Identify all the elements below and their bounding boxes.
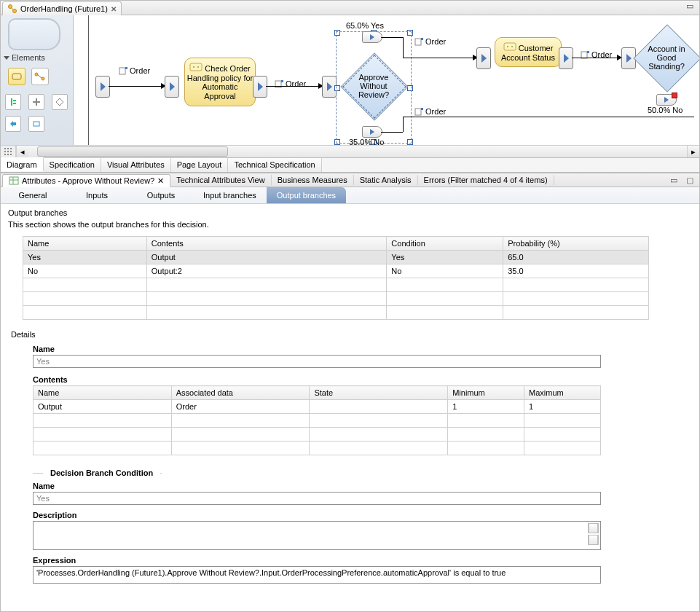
spinner-down-icon[interactable]	[588, 535, 599, 545]
output-branches-table[interactable]: Name Contents Condition Probability (%) …	[23, 236, 649, 320]
table-row[interactable]	[23, 292, 649, 306]
task-check-order[interactable]: Check Order Handling policy for Automati…	[184, 58, 256, 106]
col-condition[interactable]: Condition	[387, 237, 503, 251]
tab-technical-specification[interactable]: Technical Specification	[228, 158, 321, 172]
editor-bottom-tabs: Diagram Specification Visual Attributes …	[1, 157, 699, 172]
dbc-expression-field[interactable]: 'Processes.OrderHandling (Future1).Appro…	[33, 566, 601, 584]
task-in-pin[interactable]	[476, 47, 491, 69]
cell: 65.0	[503, 251, 649, 264]
view-toolbar: ▭ ▢	[667, 175, 699, 185]
scroll-track[interactable]	[28, 146, 687, 157]
task-customer-account-status[interactable]: Customer Account Status	[495, 37, 562, 67]
tab-visual-attributes[interactable]: Visual Attributes	[101, 158, 171, 172]
table-row[interactable]	[23, 278, 649, 292]
minimize-icon[interactable]: ▭	[667, 175, 680, 185]
tab-specification[interactable]: Specification	[44, 158, 101, 172]
decision-account-good-standing[interactable]: Account in Good Standing?	[643, 34, 690, 81]
task-out-pin[interactable]	[559, 47, 573, 69]
tab-diagram[interactable]: Diagram	[1, 157, 44, 171]
hscrollbar[interactable]: ◂ ▸	[1, 145, 699, 157]
details-header: Details	[11, 330, 692, 339]
edge	[403, 117, 694, 117]
decision-diamond[interactable]: Approve Without Review?	[350, 63, 397, 109]
editor-tab-orderhandling[interactable]: OrderHandling (Future1) ✕	[2, 1, 122, 15]
contents-table[interactable]: Name Associated data State Minimum Maxim…	[33, 385, 601, 455]
table-header-row: Name Associated data State Minimum Maxim…	[34, 386, 601, 400]
scroll-left-icon[interactable]: ◂	[16, 146, 28, 157]
scroll-thumb[interactable]	[37, 146, 228, 157]
col-contents[interactable]: Contents	[146, 237, 387, 251]
table-row[interactable]	[23, 306, 649, 320]
scroll-right-icon[interactable]: ▸	[687, 146, 699, 157]
svg-rect-29	[4, 148, 6, 149]
flow-tool[interactable]	[31, 68, 49, 85]
col-probability[interactable]: Probability (%)	[503, 237, 649, 251]
editor-toolbar: ▭	[683, 1, 699, 11]
svg-point-5	[42, 77, 44, 80]
branch-pin-no[interactable]	[656, 94, 677, 106]
branch-label-no: 35.0% No	[349, 138, 384, 145]
view-tab-errors[interactable]: Errors (Filter matched 4 of 4 items)	[418, 175, 554, 185]
branch-pin-yes[interactable]	[362, 31, 382, 43]
table-row[interactable]	[34, 442, 601, 455]
palette-section-label: Elements	[12, 53, 45, 62]
mini-tool-2[interactable]	[28, 94, 44, 110]
subtab-output-branches[interactable]: Output branches	[267, 187, 346, 203]
palette-section-header[interactable]: Elements	[4, 53, 70, 62]
grid-icon[interactable]	[1, 146, 16, 157]
svg-rect-30	[7, 148, 9, 149]
diagram-editor: Elements	[1, 15, 699, 173]
svg-rect-7	[11, 98, 12, 106]
view-tab-business-measures[interactable]: Business Measures	[272, 175, 354, 185]
task-out-pin[interactable]	[253, 76, 267, 98]
table-row[interactable]: Yes Output Yes 65.0	[23, 251, 649, 264]
dbc-name-field[interactable]	[33, 492, 601, 505]
spinner-buttons[interactable]	[588, 523, 599, 545]
close-icon[interactable]: ✕	[111, 5, 117, 13]
name-label: Name	[33, 345, 692, 353]
subtab-outputs[interactable]: Outputs	[129, 187, 193, 203]
tab-page-layout[interactable]: Page Layout	[171, 158, 229, 172]
dbc-description-field[interactable]	[33, 521, 601, 550]
table-row[interactable]	[34, 414, 601, 428]
subtab-input-branches[interactable]: Input branches	[193, 187, 267, 203]
subtab-inputs[interactable]: Inputs	[65, 187, 129, 203]
close-icon[interactable]: ✕	[157, 176, 164, 186]
data-label: Order	[414, 107, 446, 116]
col-name[interactable]: Name	[34, 386, 172, 400]
edge	[572, 58, 617, 58]
maximize-icon[interactable]: ▭	[683, 1, 696, 11]
table-row[interactable]	[34, 428, 601, 442]
input-pin[interactable]	[95, 76, 110, 98]
diagram-canvas[interactable]: Order Check Order Handling policy for Au…	[74, 15, 699, 145]
data-label: Order	[119, 66, 150, 75]
name-field[interactable]	[33, 355, 601, 368]
mini-tool-3[interactable]	[52, 94, 68, 110]
svg-rect-23	[421, 108, 423, 110]
view-tab-attributes[interactable]: Attributes - Approve Without Review? ✕	[2, 174, 170, 187]
mini-tool-4[interactable]	[5, 116, 21, 132]
task-in-pin[interactable]	[165, 76, 179, 98]
view-tab-technical-attributes[interactable]: Technical Attributes View	[170, 175, 271, 185]
col-maximum[interactable]: Maximum	[524, 386, 601, 400]
mini-tool-1[interactable]	[5, 94, 21, 110]
col-state[interactable]: State	[310, 386, 448, 400]
subtab-general[interactable]: General	[1, 187, 65, 203]
svg-point-25	[507, 46, 508, 47]
col-minimum[interactable]: Minimum	[448, 386, 524, 400]
task-tool[interactable]	[8, 68, 25, 85]
mini-tool-5[interactable]	[28, 116, 44, 132]
data-label: Order	[414, 37, 446, 46]
col-name[interactable]: Name	[23, 237, 147, 251]
table-row[interactable]: No Output:2 No 35.0	[23, 264, 649, 278]
decision-label: Account in Good Standing?	[641, 44, 692, 71]
svg-rect-11	[33, 101, 40, 103]
maximize-icon[interactable]: ▢	[683, 175, 696, 185]
branch-pin-no[interactable]	[362, 126, 382, 138]
view-tab-label: Attributes - Approve Without Review?	[22, 176, 154, 185]
cell: Output	[34, 400, 172, 414]
table-row[interactable]: Output Order 1 1	[34, 400, 601, 414]
col-associated-data[interactable]: Associated data	[171, 386, 310, 400]
spinner-up-icon[interactable]	[588, 523, 599, 533]
view-tab-static-analysis[interactable]: Static Analysis	[354, 175, 418, 185]
